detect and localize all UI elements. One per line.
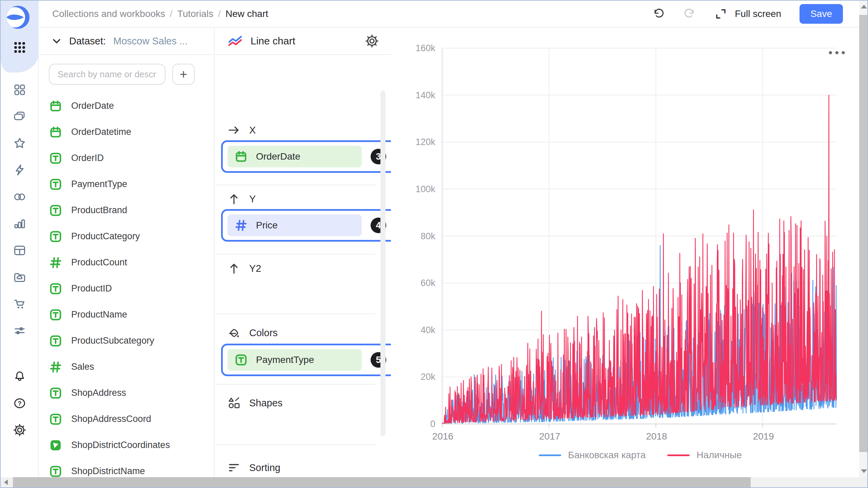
collections-icon[interactable]	[13, 110, 26, 123]
section-x[interactable]: X	[228, 122, 256, 139]
scroll-down-arrow-icon[interactable]	[861, 469, 867, 473]
string-type-icon	[49, 386, 62, 400]
datalens-chart-editor-window: ? Collections and workbooks / Tutorials …	[0, 0, 868, 488]
chart-settings-gear-icon[interactable]	[365, 34, 379, 48]
breadcrumb: Collections and workbooks / Tutorials / …	[52, 8, 268, 19]
dataset-field-row[interactable]: ProductName	[49, 302, 214, 328]
section-y2-label: Y2	[249, 263, 261, 274]
dataset-field-row[interactable]: ProductBrand	[49, 197, 214, 223]
section-y2[interactable]: Y2	[228, 260, 261, 277]
dataset-field-row[interactable]: OrderDate	[49, 93, 214, 119]
dataset-field-row[interactable]: ProductCount	[49, 249, 214, 276]
chart-legend: Банковская карта Наличные	[391, 450, 859, 461]
section-sorting-label: Sorting	[249, 462, 280, 473]
add-field-button[interactable]: +	[172, 64, 195, 85]
pill-label: Price	[256, 220, 278, 231]
arrow-up-icon	[228, 262, 240, 275]
scroll-up-arrow-icon[interactable]	[861, 5, 867, 8]
scroll-left-arrow-icon[interactable]	[4, 480, 8, 485]
section-sorting[interactable]: Sorting	[228, 459, 280, 476]
dataset-field-row[interactable]: Sales	[49, 354, 214, 380]
breadcrumb-collections[interactable]: Collections and workbooks	[52, 8, 165, 19]
dataset-field-row[interactable]: ProductSubcategory	[49, 328, 214, 354]
editor-icon[interactable]	[13, 163, 26, 177]
field-name: ShopAddressCoord	[71, 414, 151, 424]
dataset-field-row[interactable]: PaymentType	[49, 171, 214, 197]
services-icon[interactable]	[13, 324, 26, 338]
full-screen-button[interactable]: Full screen	[735, 8, 781, 19]
line-chart-plot[interactable]: 160k140k120k100k80k60k40k20k020162017201…	[391, 28, 859, 477]
section-y[interactable]: Y	[228, 190, 256, 207]
field-pill-paymenttype[interactable]: PaymentType	[228, 349, 362, 371]
field-name: Sales	[71, 362, 94, 372]
vertical-scrollbar-thumb[interactable]	[859, 15, 868, 452]
apps-grid-icon[interactable]	[13, 41, 26, 54]
field-pill-orderdate[interactable]: OrderDate	[228, 146, 362, 167]
rail-nav	[13, 83, 26, 351]
top-actions: Full screen Save	[652, 4, 859, 24]
charts-icon[interactable]	[13, 217, 26, 230]
marketplace-icon[interactable]	[13, 297, 26, 311]
chevron-down-icon[interactable]	[52, 36, 62, 46]
dataset-field-row[interactable]: ShopDistrictCoordinates	[49, 432, 214, 458]
undo-icon[interactable]	[652, 7, 665, 20]
svg-text:2019: 2019	[753, 431, 774, 442]
number-icon	[234, 219, 248, 232]
dataset-field-row[interactable]: ProductID	[49, 276, 214, 302]
field-name: ShopDistrictName	[71, 466, 145, 476]
tables-icon[interactable]	[13, 244, 26, 257]
save-button[interactable]: Save	[800, 4, 843, 24]
string-type-icon	[49, 151, 62, 165]
notifications-icon[interactable]	[13, 370, 26, 383]
dataset-label: Dataset:	[69, 36, 106, 47]
string-type-icon	[49, 412, 62, 426]
vertical-scrollbar[interactable]	[859, 1, 868, 477]
dataset-name-link[interactable]: Moscow Sales ...	[113, 36, 188, 47]
svg-text:2017: 2017	[539, 431, 560, 442]
dataset-field-row[interactable]: ProductCategory	[49, 223, 214, 249]
search-input[interactable]	[49, 64, 165, 85]
connections-icon[interactable]	[13, 190, 26, 204]
legend-item-cash[interactable]: Наличные	[667, 450, 742, 461]
field-name: OrderID	[71, 153, 104, 163]
dataset-field-row[interactable]: OrderID	[49, 145, 214, 171]
svg-text:80k: 80k	[420, 231, 435, 241]
left-rail: ?	[1, 1, 39, 477]
annotation-box-y: Price 4	[221, 209, 396, 242]
chart-menu-ellipsis-icon[interactable]: •••	[828, 47, 848, 58]
field-pill-price[interactable]: Price	[228, 215, 362, 236]
breadcrumb-current: New chart	[225, 8, 268, 19]
section-divider	[215, 185, 375, 185]
date-type-icon	[49, 125, 62, 139]
legend-item-card[interactable]: Банковская карта	[539, 450, 646, 461]
svg-text:60k: 60k	[420, 278, 435, 288]
horizontal-scrollbar[interactable]	[1, 477, 859, 487]
sorting-icon	[228, 461, 240, 474]
settings-icon[interactable]	[13, 423, 26, 437]
fullscreen-expand-icon[interactable]	[714, 7, 727, 20]
redo-icon[interactable]	[683, 7, 696, 20]
field-name: ProductCount	[71, 257, 127, 268]
string-type-icon	[49, 230, 62, 243]
dashboards-icon[interactable]	[13, 83, 26, 97]
section-divider	[215, 254, 375, 255]
dataset-field-row[interactable]: ShopAddress	[49, 380, 214, 406]
breadcrumb-separator: /	[218, 8, 221, 19]
dataset-field-row[interactable]: ShopAddressCoord	[49, 406, 214, 432]
breadcrumb-tutorials[interactable]: Tutorials	[177, 8, 213, 19]
favorites-icon[interactable]	[13, 137, 26, 150]
pill-label: PaymentType	[256, 354, 314, 365]
svg-text:?: ?	[18, 400, 22, 407]
config-panel-scrollbar[interactable]	[380, 90, 386, 436]
dataset-field-row[interactable]: OrderDatetime	[49, 119, 214, 145]
chart-type-label[interactable]: Line chart	[251, 35, 295, 47]
string-type-icon	[49, 465, 62, 478]
section-x-label: X	[249, 125, 256, 136]
files-icon[interactable]	[13, 270, 26, 284]
section-shapes[interactable]: Shapes	[228, 394, 282, 411]
datalens-logo-icon[interactable]	[6, 5, 30, 29]
horizontal-scrollbar-thumb[interactable]	[13, 477, 751, 487]
section-colors-label: Colors	[249, 327, 278, 339]
section-colors[interactable]: Colors	[228, 324, 278, 341]
help-icon[interactable]: ?	[13, 396, 26, 410]
